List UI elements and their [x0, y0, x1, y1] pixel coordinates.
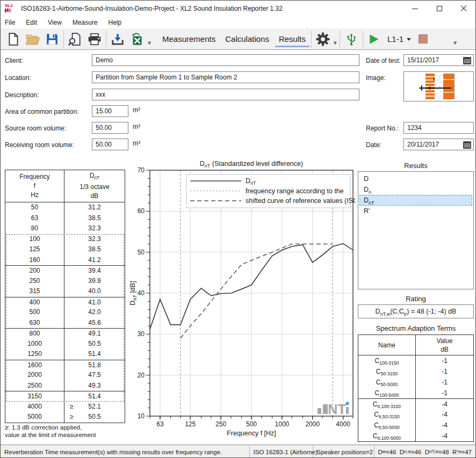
open-button[interactable]	[23, 30, 42, 49]
open-folder-icon	[25, 32, 40, 46]
result-item-dn[interactable]: Dn	[359, 184, 472, 195]
toolbar-overflow-icon[interactable]	[334, 41, 337, 45]
rating-value: DnT,w(C;Ctr) = 48 (-1; -4) dB	[358, 304, 474, 318]
menu-item-help[interactable]: Help	[103, 18, 127, 27]
calendar-icon[interactable]	[463, 56, 472, 65]
frequency-row-3150: 315051.4	[5, 391, 125, 402]
stop-button[interactable]	[419, 34, 428, 43]
receiving-volume-input[interactable]: 50.00	[92, 139, 128, 150]
settings-gear-icon	[315, 31, 331, 47]
device-dropdown-caret-icon[interactable]	[407, 38, 411, 41]
client-input[interactable]: Demo	[92, 54, 359, 66]
description-input[interactable]: xxx	[92, 89, 359, 100]
area-unit: m²	[133, 106, 140, 114]
svg-text:shifted curve of reference val: shifted curve of reference values (ISO 7…	[246, 197, 355, 205]
spectrum-term-row: Ctr,100-3150-4	[358, 398, 473, 409]
frequency-row-125: 12538.5	[5, 244, 125, 255]
svg-text:frequency range according to t: frequency range according to the	[246, 187, 344, 195]
toolbar-overflow-icon[interactable]	[453, 41, 457, 45]
dnt-chart: NT1020304050607063125250500100020004000D…	[129, 159, 355, 439]
svg-text:125: 125	[185, 420, 196, 428]
import-icon	[111, 32, 125, 46]
results-panel-title: Results	[358, 162, 474, 170]
svg-text:1000: 1000	[275, 420, 290, 428]
menubar: FileEditViewMeasureHelp	[1, 17, 475, 28]
toolbar-separator	[311, 31, 312, 48]
device-selector[interactable]: L1-1	[387, 34, 403, 43]
svg-text:20: 20	[138, 372, 145, 379]
date-input[interactable]: 20/11/2017	[403, 139, 474, 150]
menu-item-measure[interactable]: Measure	[67, 18, 103, 27]
toolbar-separator	[340, 31, 340, 48]
report-no-input[interactable]: 1234	[403, 122, 474, 134]
area-input[interactable]: 15.00	[92, 105, 128, 117]
print-preview-button[interactable]	[66, 30, 85, 49]
maximize-icon	[437, 6, 442, 11]
svg-text:60: 60	[138, 207, 145, 215]
tab-calculations[interactable]: Calculations	[221, 31, 273, 47]
toolbar-separator	[106, 31, 106, 48]
calendar-icon[interactable]	[463, 140, 472, 149]
toolbar-separator	[63, 31, 64, 48]
partition-image[interactable]	[403, 71, 474, 101]
app-logo-text: XL2	[5, 3, 13, 8]
maximize-button[interactable]	[427, 1, 451, 17]
frequency-row-250: 25039.9	[5, 276, 125, 287]
result-item-r[interactable]: R'	[359, 206, 472, 216]
image-label: Image:	[366, 74, 386, 82]
app-window: XL2 ISO16283-1-Airborne-Sound-Insulation…	[0, 0, 476, 458]
svg-text:Frequency f [Hz]: Frequency f [Hz]	[227, 430, 276, 437]
close-button[interactable]	[451, 1, 475, 17]
statusbar: Reverberation Time measurement(s) with m…	[1, 445, 475, 458]
window-title: ISO16283-1-Airborne-Sound-Insulation-Dem…	[21, 5, 403, 12]
import-button[interactable]	[108, 30, 127, 49]
status-segment-1: ISO 16283-1 (Airborne)	[250, 445, 313, 458]
frequency-row-200: 20039.4	[5, 265, 125, 276]
view-tabs: MeasurementsCalculationsResults	[158, 31, 309, 47]
frequency-table-header: Frequency f Hz DnT 1/3 octave dB	[5, 170, 125, 202]
rating-title: Rating	[358, 295, 474, 303]
play-icon	[369, 34, 380, 45]
description-label: Description:	[5, 91, 39, 99]
tab-measurements[interactable]: Measurements	[158, 31, 219, 47]
source-volume-input[interactable]: 50.00	[92, 122, 128, 134]
menu-item-edit[interactable]: Edit	[20, 18, 42, 27]
print-button[interactable]	[85, 30, 104, 49]
frequency-table-body: 5031.26338.58032.310032.312538.516041.22…	[5, 202, 125, 423]
frequency-row-4000: 4000≥52.1	[5, 402, 125, 412]
settings-button[interactable]	[313, 30, 333, 49]
location-input[interactable]: Partition from Sample Room 1 to Sample R…	[92, 71, 359, 83]
date-of-test-input[interactable]: 15/11/2017	[403, 54, 474, 66]
svg-text:2000: 2000	[305, 420, 320, 428]
svg-text:4000: 4000	[336, 420, 350, 428]
svg-text:DnT (Standardized level differ: DnT (Standardized level difference)	[200, 160, 303, 169]
spectrum-term-row: C50-3150-1	[358, 366, 473, 377]
usb-icon	[344, 32, 358, 47]
frequency-row-2500: 250049.3	[5, 381, 125, 391]
menu-item-view[interactable]: View	[42, 18, 67, 27]
spectrum-term-row: Ctr,100-5000-4	[358, 431, 473, 441]
tab-results[interactable]: Results	[275, 31, 309, 47]
frequency-row-315: 31540.0	[5, 286, 125, 297]
client-label: Client:	[5, 57, 23, 64]
status-segment-3: Dw=46 Dn,w=46 DnT,w=48 R'w=47	[374, 445, 475, 458]
status-segment-2: Speaker positions=2	[313, 445, 374, 458]
new-document-button[interactable]	[4, 30, 23, 49]
frequency-row-400: 40041.0	[5, 297, 125, 308]
play-button[interactable]	[365, 30, 384, 49]
minimize-button[interactable]	[403, 1, 427, 17]
source-volume-label: Source room volume:	[5, 125, 66, 132]
result-item-d[interactable]: D	[359, 173, 472, 184]
source-volume-unit: m³	[133, 123, 140, 130]
menu-item-file[interactable]: File	[1, 18, 20, 27]
table-footnote: ≥: 1.3 dB correction applied, value at t…	[5, 424, 96, 439]
toolbar-separator	[363, 31, 363, 48]
frequency-row-63: 6338.5	[5, 213, 125, 224]
frequency-row-80: 8032.3	[5, 223, 125, 234]
excel-export-button[interactable]	[127, 30, 147, 49]
partition-cross-section	[404, 72, 473, 101]
toolbar-overflow-icon[interactable]	[148, 41, 151, 45]
result-item-dnt[interactable]: DnT	[359, 195, 472, 206]
save-button[interactable]	[42, 30, 62, 49]
usb-connect-button[interactable]	[342, 30, 361, 49]
